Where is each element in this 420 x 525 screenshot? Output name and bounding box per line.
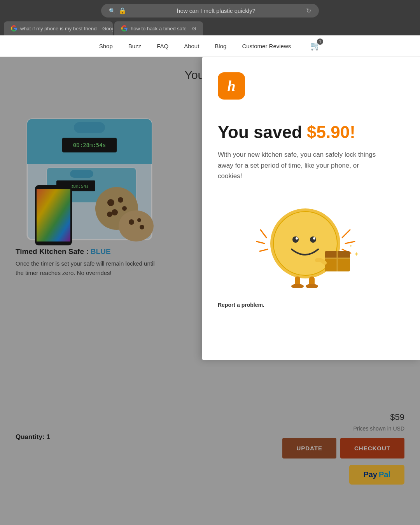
coin-mascot-svg: ✦ ✦ [249, 203, 373, 288]
svg-point-37 [291, 284, 304, 288]
tab-2[interactable]: how to hack a timed safe – G [114, 21, 203, 35]
svg-text:✦: ✦ [349, 244, 352, 248]
reload-icon[interactable]: ↻ [306, 7, 311, 14]
savings-headline: You saved $5.90! [218, 123, 404, 142]
cart-badge: 1 [317, 38, 323, 45]
modal-overlay: h You saved $5.90! With your new kitchen… [0, 57, 420, 525]
nav-reviews[interactable]: Customer Reviews [242, 43, 291, 49]
nav-shop[interactable]: Shop [99, 43, 113, 49]
tab-1[interactable]: what if my phone is my best friend – Goo… [4, 21, 113, 35]
google-icon-1 [11, 25, 17, 32]
tab-1-label: what if my phone is my best friend – Goo… [20, 26, 113, 32]
nav-blog[interactable]: Blog [215, 43, 226, 49]
lock-icon: 🔒 [119, 7, 126, 14]
search-icon: 🔍 [109, 8, 116, 14]
nav-bar: Shop Buzz FAQ About Blog Customer Review… [0, 35, 420, 57]
savings-amount: $5.90! [307, 122, 355, 142]
coin-mascot: ✦ ✦ [218, 201, 404, 290]
tab-2-label: how to hack a timed safe – G [131, 26, 196, 32]
svg-line-24 [257, 242, 264, 243]
url-bar[interactable]: 🔍 🔒 how can I melt plastic quickly? ↻ [101, 4, 319, 18]
svg-point-32 [310, 236, 316, 243]
svg-line-25 [260, 249, 268, 251]
svg-line-26 [342, 230, 350, 238]
main-content: Your Sh... 0D:28m:54s [0, 57, 420, 525]
nav-buzz[interactable]: Buzz [128, 43, 141, 49]
google-icon-2 [121, 25, 128, 32]
address-bar: 🔍 🔒 how can I melt plastic quickly? ↻ [0, 0, 420, 21]
savings-static-text: You saved [218, 122, 307, 142]
svg-point-33 [296, 237, 298, 240]
honey-modal: h You saved $5.90! With your new kitchen… [202, 57, 420, 360]
savings-description: With your new kitchen safe, you can safe… [218, 149, 381, 181]
svg-point-34 [313, 237, 315, 240]
svg-line-27 [345, 242, 355, 243]
svg-line-23 [261, 230, 266, 238]
nav-faq[interactable]: FAQ [157, 43, 168, 49]
svg-text:✦: ✦ [354, 251, 359, 257]
svg-point-38 [306, 284, 318, 288]
honey-letter: h [227, 77, 235, 94]
url-text: how can I melt plastic quickly? [130, 7, 303, 14]
nav-about[interactable]: About [184, 43, 199, 49]
cart-icon-wrapper[interactable]: 🛒 1 [310, 41, 321, 51]
browser-chrome: 🔍 🔒 how can I melt plastic quickly? ↻ wh… [0, 0, 420, 35]
tabs-bar: what if my phone is my best friend – Goo… [0, 21, 420, 35]
honey-logo: h [218, 72, 245, 100]
svg-point-31 [292, 236, 299, 243]
report-problem-link[interactable]: Report a problem. [218, 302, 404, 308]
